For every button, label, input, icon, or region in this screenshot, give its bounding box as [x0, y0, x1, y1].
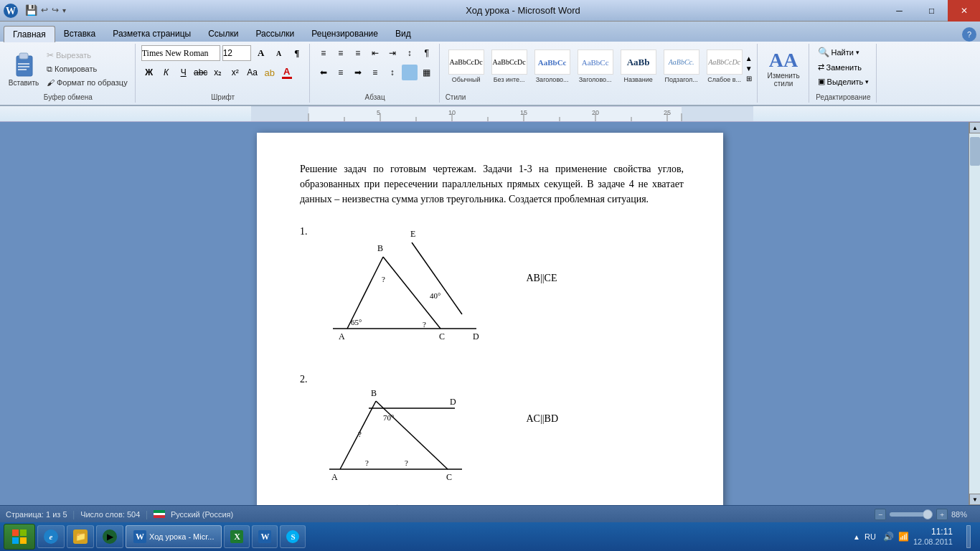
- select-button[interactable]: ▣ Выделить ▾: [815, 75, 872, 88]
- taskbar-explorer[interactable]: 📁: [67, 525, 94, 548]
- tab-view[interactable]: Вид: [387, 26, 420, 42]
- replace-button[interactable]: ⇄ Заменить: [815, 61, 864, 73]
- taskbar-word2[interactable]: W: [252, 525, 278, 548]
- tray-expand[interactable]: ▲: [853, 533, 860, 541]
- paste-button[interactable]: Вставить: [6, 47, 42, 89]
- quick-redo[interactable]: ↪: [52, 5, 59, 16]
- taskbar-wmp[interactable]: ▶: [96, 525, 123, 548]
- quick-customize[interactable]: ▾: [62, 6, 66, 14]
- style-heading1-label: Заголово...: [536, 76, 569, 83]
- scroll-thumb[interactable]: [970, 137, 980, 166]
- svg-rect-4: [18, 63, 29, 65]
- start-button[interactable]: [4, 524, 35, 550]
- tab-home[interactable]: Главная: [4, 26, 55, 42]
- lang-indicator[interactable]: RU: [864, 532, 879, 541]
- taskbar-ie[interactable]: e: [37, 525, 65, 548]
- editing-label: Редактирование: [816, 93, 870, 101]
- quick-undo[interactable]: ↩: [41, 5, 48, 16]
- volume-icon[interactable]: 🔊: [883, 532, 894, 542]
- svg-text:25: 25: [664, 109, 671, 116]
- page-info: Страница: 1 из 5: [6, 510, 67, 519]
- decrease-indent-button[interactable]: ⇤: [367, 45, 383, 61]
- network-icon[interactable]: 📶: [898, 532, 909, 542]
- copy-button[interactable]: ⧉ Копировать: [44, 63, 131, 75]
- multilevel-list-button[interactable]: ≡: [350, 45, 366, 61]
- quick-save[interactable]: 💾: [25, 4, 37, 17]
- taskbar: e 📁 ▶ W Ход урока - Micr... X W S ▲ RU 🔊…: [0, 522, 980, 551]
- font-grow-button[interactable]: A: [253, 45, 269, 61]
- style-heading2[interactable]: AaBbCc Заголово...: [575, 47, 616, 90]
- tab-layout[interactable]: Разметка страницы: [104, 26, 199, 42]
- close-button[interactable]: ✕: [948, 0, 980, 22]
- italic-button[interactable]: К: [159, 65, 174, 80]
- change-styles-button[interactable]: АА Изменитьстили: [763, 45, 803, 91]
- cut-button[interactable]: ✂ Вырезать: [44, 49, 131, 62]
- tab-review[interactable]: Рецензирование: [303, 26, 387, 42]
- svg-rect-63: [12, 529, 19, 536]
- style-title[interactable]: AaBb Название: [618, 47, 659, 90]
- svg-rect-5: [18, 66, 29, 67]
- style-heading1[interactable]: AaBbCc Заголово...: [532, 47, 573, 90]
- taskbar-skype[interactable]: S: [280, 525, 306, 548]
- subscript-button[interactable]: x₂: [210, 65, 226, 80]
- styles-expand[interactable]: ⊞: [745, 75, 753, 83]
- justify-button[interactable]: ≡: [367, 65, 383, 80]
- bullets-button[interactable]: ≡: [316, 45, 331, 61]
- svg-text:?: ?: [358, 430, 362, 438]
- font-shrink-button[interactable]: A: [271, 45, 287, 61]
- find-button[interactable]: 🔍 Найти ▾: [815, 45, 862, 59]
- strikethrough-button[interactable]: abc: [193, 65, 209, 80]
- show-desktop-button[interactable]: [966, 525, 971, 548]
- style-subtle-emphasis-label: Слабое в...: [707, 76, 741, 83]
- align-left-button[interactable]: ⬅: [316, 65, 331, 80]
- system-clock[interactable]: 11:11 12.08.2011: [913, 527, 960, 547]
- format-painter-button[interactable]: 🖌 Формат по образцу: [44, 77, 131, 88]
- statusbar: Страница: 1 из 5 | Число слов: 504 | Рус…: [0, 505, 980, 522]
- show-paragraph-button[interactable]: ¶: [419, 45, 435, 61]
- underline-button[interactable]: Ч: [176, 65, 192, 80]
- sort-button[interactable]: ↕: [402, 45, 418, 61]
- ribbon: Вставить ✂ Вырезать ⧉ Копировать 🖌 Форма…: [0, 42, 980, 106]
- style-subtitle[interactable]: AaBbCc. Подзагол...: [661, 47, 702, 90]
- tab-mailings[interactable]: Рассылки: [247, 26, 303, 42]
- scroll-down-arrow[interactable]: ▼: [969, 494, 980, 505]
- style-no-spacing-label: Без инте...: [494, 76, 525, 83]
- tab-insert[interactable]: Вставка: [55, 26, 105, 42]
- scroll-up-arrow[interactable]: ▲: [969, 122, 980, 133]
- borders-button[interactable]: ▦: [419, 65, 435, 80]
- line-spacing-button[interactable]: ↕: [385, 65, 400, 80]
- tab-references[interactable]: Ссылки: [199, 26, 247, 42]
- scroll-track[interactable]: [969, 133, 980, 494]
- numbering-button[interactable]: ≡: [333, 45, 349, 61]
- show-hide-button[interactable]: ¶: [289, 45, 305, 61]
- style-no-spacing[interactable]: AaBbCcDc Без инте...: [489, 47, 530, 90]
- svg-rect-62: [154, 515, 165, 518]
- minimize-button[interactable]: ─: [883, 0, 915, 22]
- align-right-button[interactable]: ➡: [350, 65, 366, 80]
- zoom-in-button[interactable]: +: [936, 509, 948, 520]
- font-size-input[interactable]: [222, 45, 251, 61]
- align-center-button[interactable]: ≡: [333, 65, 349, 80]
- styles-scroll-down[interactable]: ▼: [745, 65, 753, 72]
- style-subtle-emphasis[interactable]: AaBbCcDc Слабое в...: [704, 47, 745, 90]
- svg-rect-61: [154, 513, 165, 515]
- increase-indent-button[interactable]: ⇥: [385, 45, 400, 61]
- document-page[interactable]: Решение задач по готовым чертежам. Задач…: [257, 133, 723, 505]
- right-scrollbar[interactable]: ▲ ▼: [969, 122, 980, 505]
- office-button[interactable]: W: [0, 0, 22, 22]
- superscript-button[interactable]: x²: [227, 65, 243, 80]
- help-button[interactable]: ?: [962, 27, 976, 42]
- taskbar-excel[interactable]: X: [224, 525, 250, 548]
- styles-scroll-up[interactable]: ▲: [745, 55, 753, 62]
- zoom-slider[interactable]: [890, 512, 933, 517]
- zoom-out-button[interactable]: −: [875, 509, 886, 520]
- change-case-button[interactable]: Aa: [245, 65, 260, 80]
- shading-button[interactable]: [402, 65, 418, 80]
- font-color-button[interactable]: А: [279, 65, 295, 80]
- highlight-button[interactable]: ab: [262, 65, 278, 80]
- maximize-button[interactable]: □: [915, 0, 948, 22]
- bold-button[interactable]: Ж: [141, 65, 157, 80]
- taskbar-word[interactable]: W Ход урока - Micr...: [126, 525, 222, 548]
- style-normal[interactable]: AaBbCcDc Обычный: [446, 47, 487, 90]
- font-name-input[interactable]: [141, 45, 220, 61]
